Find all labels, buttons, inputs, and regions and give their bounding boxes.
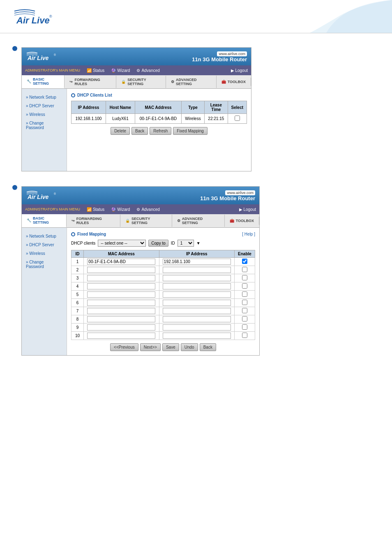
col-type: Type	[182, 101, 205, 114]
router-logout-1[interactable]: ▶ Logout	[231, 68, 248, 73]
fixed-ip-5	[159, 291, 235, 299]
ip-input-2[interactable]	[163, 267, 231, 273]
fixed-enable-2[interactable]	[235, 266, 255, 274]
refresh-button[interactable]: Refresh	[150, 127, 171, 135]
tab-forwarding-1[interactable]: ↪ FORWARDING RULES	[65, 76, 116, 88]
back-button-1[interactable]: Back	[131, 127, 148, 135]
delete-button[interactable]: Delete	[111, 127, 130, 135]
sidebar-change-password-2[interactable]: » Change Password	[22, 258, 67, 271]
sidebar-wireless-2[interactable]: » Wireless	[22, 249, 67, 258]
ip-input-6[interactable]	[163, 300, 231, 306]
back-button-2[interactable]: Back	[200, 343, 216, 351]
router-wizard-2[interactable]: 🔮 Wizard	[111, 207, 130, 212]
enable-checkbox-10[interactable]	[242, 333, 247, 338]
table-row: 8	[71, 315, 255, 324]
prev-button[interactable]: <<Previous	[110, 343, 138, 351]
router-advanced-1[interactable]: ⚙ Advanced	[136, 68, 159, 73]
fixed-enable-5[interactable]	[235, 291, 255, 299]
fixed-enable-9[interactable]	[235, 324, 255, 332]
ip-input-5[interactable]	[163, 291, 231, 298]
forward-icon-2: ↪	[71, 219, 75, 223]
tab-toolbox-2[interactable]: 🧰 TOOLBOX	[225, 217, 259, 225]
ip-input-3[interactable]	[163, 275, 231, 281]
id-label: ID	[171, 241, 175, 245]
section2-bullet: Air Live ® www.airlive.com 11n 3G Mobile…	[12, 184, 380, 356]
help-link[interactable]: [ Help ]	[242, 232, 255, 236]
ip-input-4[interactable]	[163, 283, 231, 289]
fixed-enable-3[interactable]	[235, 274, 255, 282]
enable-checkbox-2[interactable]	[242, 267, 247, 272]
router-advanced-2[interactable]: ⚙ Advanced	[136, 207, 159, 212]
next-button[interactable]: Next>>	[140, 343, 161, 351]
security-icon-2: 🔒	[125, 219, 130, 223]
ip-input-8[interactable]	[163, 316, 231, 322]
ip-input-9[interactable]	[163, 324, 231, 331]
ip-input-10[interactable]	[163, 333, 231, 339]
mac-input-1[interactable]	[87, 259, 155, 265]
router-sidebar-2: » Network Setup » DHCP Server » Wireless…	[22, 228, 67, 355]
tab-security-1[interactable]: 🔒 SECURITY SETTING	[116, 76, 166, 88]
router-status-2[interactable]: 📶 Status	[87, 207, 104, 212]
enable-checkbox-6[interactable]	[242, 300, 247, 305]
mac-input-7[interactable]	[87, 308, 155, 314]
fixed-enable-10[interactable]	[235, 332, 255, 340]
sidebar-wireless-1[interactable]: » Wireless	[22, 110, 67, 119]
fixed-enable-4[interactable]	[235, 282, 255, 291]
tab-advanced-2[interactable]: ⚙ ADVANCED SETTING	[172, 215, 225, 227]
sidebar-network-setup-1[interactable]: » Network Setup	[22, 93, 67, 102]
enable-checkbox-7[interactable]	[242, 308, 247, 313]
mac-input-4[interactable]	[87, 283, 155, 289]
save-button[interactable]: Save	[162, 343, 179, 351]
mac-input-9[interactable]	[87, 324, 155, 331]
tab-basic-setting-1[interactable]: 🔧 BASIC SETTING	[22, 75, 65, 88]
mac-input-6[interactable]	[87, 300, 155, 306]
enable-checkbox-9[interactable]	[242, 324, 247, 330]
tab-toolbox-1[interactable]: 🧰 TOOLBOX	[217, 78, 251, 86]
tab-security-2[interactable]: 🔒 SECURITY SETTING	[120, 215, 172, 227]
select-checkbox-1[interactable]	[235, 116, 240, 121]
sidebar-dhcp-server-1[interactable]: » DHCP Server	[22, 102, 67, 110]
mac-input-8[interactable]	[87, 316, 155, 322]
enable-checkbox-3[interactable]	[242, 275, 247, 280]
sidebar-network-setup-2[interactable]: » Network Setup	[22, 232, 67, 240]
fixed-enable-8[interactable]	[235, 315, 255, 324]
fixed-enable-1[interactable]	[235, 258, 255, 266]
sidebar-dhcp-server-2[interactable]: » DHCP Server	[22, 240, 67, 249]
router-frame-2: Air Live ® www.airlive.com 11n 3G Mobile…	[21, 186, 260, 356]
cell-lease: 22:21:15	[205, 114, 228, 124]
fixed-mac-7	[84, 307, 159, 315]
fixed-enable-7[interactable]	[235, 307, 255, 315]
copy-to-button[interactable]: Copy to	[148, 240, 168, 247]
router-admin-label-1: ADMINISTRATOR's MAIN MENU	[25, 68, 80, 72]
mac-input-3[interactable]	[87, 275, 155, 281]
ip-input-1[interactable]	[163, 259, 231, 265]
router-status-1[interactable]: 📶 Status	[87, 68, 104, 73]
router-logout-2[interactable]: ▶ Logout	[239, 207, 256, 212]
fixed-id-6: 6	[71, 299, 84, 307]
enable-checkbox-8[interactable]	[242, 316, 247, 321]
tab-forwarding-2[interactable]: ↪ FORWARDING RULES	[67, 215, 120, 227]
enable-checkbox-1[interactable]	[242, 259, 247, 264]
table-row: 2	[71, 266, 255, 274]
tab-advanced-1[interactable]: ⚙ ADVANCED SETTING	[166, 76, 217, 88]
enable-checkbox-4[interactable]	[242, 283, 247, 289]
router-wizard-1[interactable]: 🔮 Wizard	[111, 68, 130, 73]
router-body-1: » Network Setup » DHCP Server » Wireless…	[22, 89, 251, 171]
ip-input-7[interactable]	[163, 308, 231, 314]
enable-checkbox-5[interactable]	[242, 291, 247, 297]
mac-input-2[interactable]	[87, 267, 155, 273]
fixed-enable-6[interactable]	[235, 299, 255, 307]
fixed-mapping-button[interactable]: Fixed Mapping	[173, 127, 208, 135]
tab-basic-setting-2[interactable]: 🔧 BASIC SETTING	[22, 214, 67, 227]
adv-icon-1: ⚙	[171, 80, 174, 84]
sidebar-change-password-1[interactable]: » Change Password	[22, 119, 67, 132]
id-select[interactable]: 1 2 3	[178, 240, 194, 247]
undo-button[interactable]: Undo	[181, 343, 198, 351]
cell-select[interactable]	[228, 114, 247, 124]
router-main-1: DHCP Clients List IP Address Host Name M…	[67, 89, 251, 171]
dhcp-clients-title: DHCP Clients List	[71, 93, 247, 97]
mac-input-10[interactable]	[87, 333, 155, 339]
fixed-ip-2	[159, 266, 235, 274]
dhcp-select[interactable]: -- select one -- 00-1F-E1-C4-9A-BD	[98, 240, 146, 247]
mac-input-5[interactable]	[87, 291, 155, 298]
